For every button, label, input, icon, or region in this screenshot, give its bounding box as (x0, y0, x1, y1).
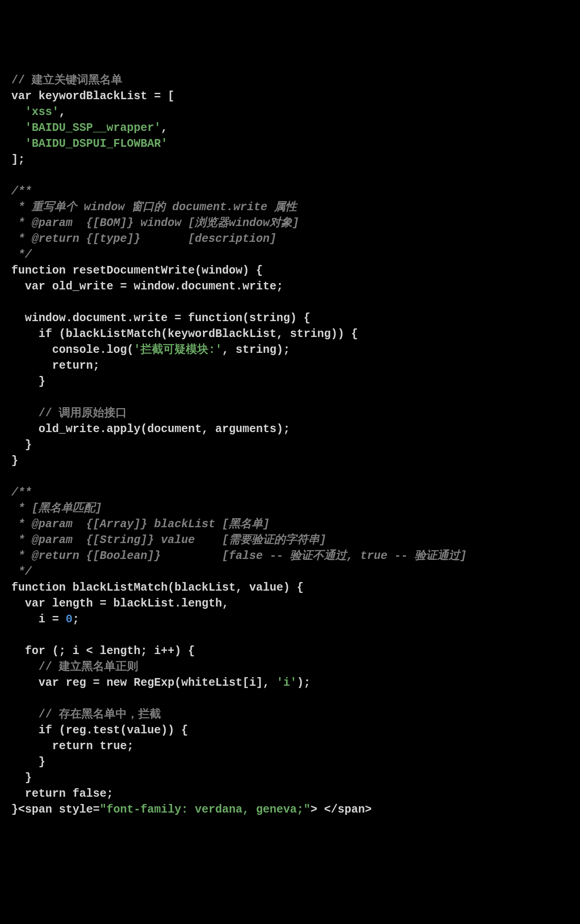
code-line: for (; i < length; i++) { (11, 645, 195, 658)
code-line: if (reg.test(value)) { (11, 724, 188, 737)
code-comment: /** (11, 486, 32, 499)
code-line: if (blackListMatch(keywordBlackList, str… (11, 327, 358, 341)
code-number: 0 (66, 613, 72, 626)
code-comment: */ (11, 565, 32, 578)
code-string: 'BAIDU_DSPUI_FLOWBAR' (25, 137, 168, 150)
code-comment: * @param {[Array]} blackList [黑名单] (11, 518, 270, 531)
code-string: '拦截可疑模块:' (134, 343, 222, 356)
code-line: var old_write = window.document.write; (11, 280, 283, 293)
code-comment: /** (11, 185, 32, 198)
code-line: } (11, 438, 32, 452)
code-comment: * [黑名单匹配] (11, 502, 102, 515)
code-string: 'xss' (25, 106, 59, 119)
code-comment: // 建立黑名单正则 (11, 660, 138, 674)
code-string: 'i' (276, 676, 297, 689)
code-text: ; (72, 613, 79, 626)
code-line: var keywordBlackList = [ (11, 90, 174, 103)
code-line: // 建立关键词黑名单 (11, 74, 122, 87)
code-line: window.document.write = function(string)… (11, 312, 310, 325)
code-line: return; (11, 359, 100, 372)
code-line: return false; (11, 787, 113, 800)
code-comment: * @param {[String]} value [需要验证的字符串] (11, 534, 326, 547)
code-comment: // 存在黑名单中，拦截 (11, 708, 161, 721)
code-line: } (11, 756, 45, 769)
code-text (11, 137, 25, 150)
code-comment: * @return {[type]} [description] (11, 232, 276, 245)
code-text: , string); (222, 343, 290, 356)
code-line: ]; (11, 153, 25, 166)
code-comment: * @return {[Boolean]} [false -- 验证不通过, t… (11, 549, 467, 563)
code-block: // 建立关键词黑名单 var keywordBlackList = [ 'xs… (11, 72, 569, 818)
code-string: "font-family: verdana, geneva;" (100, 803, 310, 816)
code-line: function resetDocumentWrite(window) { (11, 264, 263, 277)
code-line: } (11, 771, 32, 784)
code-comment: */ (11, 248, 32, 261)
code-line: old_write.apply(document, arguments); (11, 423, 290, 436)
code-text: console.log( (11, 343, 134, 356)
code-line: } (11, 375, 45, 388)
code-line: function blackListMatch(blackList, value… (11, 581, 304, 594)
code-string: 'BAIDU_SSP__wrapper' (25, 121, 161, 135)
code-line: var length = blackList.length, (11, 597, 229, 610)
code-text: , (161, 121, 168, 135)
code-text: , (59, 106, 66, 119)
code-text: }<span style= (11, 803, 100, 816)
code-line: return true; (11, 740, 134, 753)
code-line: } (11, 454, 18, 467)
code-text: ); (297, 676, 310, 689)
code-comment: * @param {[BOM]} window [浏览器window对象] (11, 217, 299, 230)
code-comment: * 重写单个 window 窗口的 document.write 属性 (11, 201, 297, 214)
code-text: > </span> (310, 803, 372, 816)
code-text (11, 121, 25, 135)
code-text (11, 106, 25, 119)
code-text: var reg = new RegExp(whiteList[i], (11, 676, 276, 689)
code-comment: // 调用原始接口 (11, 407, 127, 420)
code-text: i = (11, 613, 66, 626)
